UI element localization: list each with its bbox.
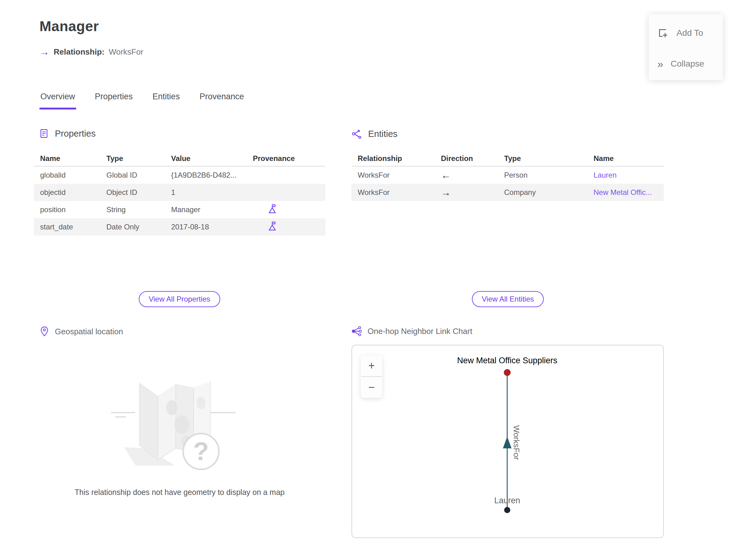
relationship-label: Relationship: <box>54 47 104 57</box>
breadcrumb: → Relationship: WorksFor <box>39 47 144 57</box>
tab-entities[interactable]: Entities <box>152 92 181 109</box>
edge-arrowhead-icon <box>503 437 512 448</box>
detail-tabs: Overview Properties Entities Provenance <box>39 92 245 109</box>
company-node-label: New Metal Office Suppliers <box>457 356 557 365</box>
provenance-flag-icon[interactable] <box>268 204 277 215</box>
table-row[interactable]: globalid Global ID {1A9DB2B6-D482... <box>34 167 325 184</box>
properties-table-header: Name Type Value Provenance <box>34 151 325 167</box>
col-header: Provenance <box>247 154 325 163</box>
entity-name-link[interactable]: Lauren <box>587 171 664 179</box>
entities-table-header: Relationship Direction Type Name <box>352 151 664 167</box>
question-mark-glyph: ? <box>193 437 209 466</box>
prop-provenance <box>247 221 325 233</box>
entities-graph-icon <box>352 128 363 139</box>
prop-value: Manager <box>165 205 247 214</box>
prop-value: 2017-08-18 <box>165 223 247 231</box>
relationship-type-value: WorksFor <box>109 47 144 57</box>
floating-action-panel: Add To » Collapse <box>649 14 723 80</box>
table-row[interactable]: objectid Object ID 1 <box>34 184 325 201</box>
entity-relationship: WorksFor <box>352 171 435 179</box>
no-geometry-message: This relationship does not have geometry… <box>34 488 325 497</box>
tab-overview[interactable]: Overview <box>39 92 76 109</box>
link-chart-section-header: One-hop Neighbor Link Chart <box>351 326 472 336</box>
page-title: Manager <box>39 18 99 34</box>
prop-name: globalid <box>34 171 100 179</box>
link-chart-canvas[interactable]: + − WorksFor New Metal Office Suppliers … <box>352 345 664 538</box>
prop-type: Object ID <box>100 188 165 197</box>
relationship-arrow-icon: → <box>39 47 49 57</box>
add-to-label: Add To <box>676 28 703 38</box>
person-node[interactable] <box>504 507 510 513</box>
col-header: Relationship <box>352 154 435 163</box>
entity-type: Person <box>498 171 587 179</box>
properties-section-title: Properties <box>55 128 96 139</box>
add-to-button[interactable]: Add To <box>649 19 723 47</box>
prop-value: {1A9DB2B6-D482... <box>165 171 247 179</box>
entity-type: Company <box>498 188 587 197</box>
properties-section-header: Properties <box>39 128 96 139</box>
tab-properties[interactable]: Properties <box>94 92 134 109</box>
link-chart-section-title: One-hop Neighbor Link Chart <box>368 326 472 336</box>
prop-provenance <box>247 204 325 215</box>
col-header: Name <box>587 154 664 163</box>
prop-type: Date Only <box>100 223 165 231</box>
prop-type: Global ID <box>100 171 165 179</box>
person-node-label: Lauren <box>494 496 520 505</box>
map-pin-icon <box>39 326 49 337</box>
collapse-label: Collapse <box>671 59 704 69</box>
col-header: Name <box>34 154 100 163</box>
prop-value: 1 <box>165 188 247 197</box>
double-chevron-right-icon: » <box>657 58 663 70</box>
prop-type: String <box>100 205 165 214</box>
tab-provenance[interactable]: Provenance <box>199 92 245 109</box>
document-icon <box>39 128 49 139</box>
entities-section-header: Entities <box>352 128 397 139</box>
geospatial-section-title: Geospatial location <box>55 327 123 337</box>
entities-table: Relationship Direction Type Name WorksFo… <box>352 151 664 201</box>
table-row[interactable]: position String Manager <box>34 201 325 218</box>
col-header: Direction <box>435 154 498 163</box>
col-header: Type <box>100 154 165 163</box>
geospatial-section-header: Geospatial location <box>39 326 123 337</box>
table-row[interactable]: WorksFor ← Person Lauren <box>352 167 664 184</box>
link-chart-graph: WorksFor New Metal Office Suppliers Laur… <box>352 345 663 538</box>
collapse-button[interactable]: » Collapse <box>649 50 723 78</box>
view-all-properties-button[interactable]: View All Properties <box>139 291 220 307</box>
direction-arrow-icon: → <box>435 187 498 198</box>
view-all-entities-button[interactable]: View All Entities <box>472 291 544 307</box>
table-row[interactable]: start_date Date Only 2017-08-18 <box>34 218 325 236</box>
prop-name: start_date <box>34 223 100 231</box>
entity-relationship: WorksFor <box>352 188 435 197</box>
col-header: Value <box>165 154 247 163</box>
relationship-detail-page: Manager → Relationship: WorksFor Add To … <box>0 0 740 560</box>
entities-section-title: Entities <box>368 129 397 139</box>
direction-arrow-icon: ← <box>435 170 498 181</box>
link-chart-icon <box>351 326 362 336</box>
company-node[interactable] <box>504 369 511 376</box>
provenance-flag-icon[interactable] <box>268 221 277 233</box>
prop-name: objectid <box>34 188 100 197</box>
add-to-icon <box>657 27 668 38</box>
properties-table: Name Type Value Provenance globalid Glob… <box>34 151 325 236</box>
table-row[interactable]: WorksFor → Company New Metal Offic... <box>352 184 664 201</box>
no-geometry-map-illustration: ? <box>108 368 238 475</box>
prop-name: position <box>34 205 100 214</box>
entity-name-link[interactable]: New Metal Offic... <box>587 188 664 197</box>
col-header: Type <box>498 154 587 163</box>
edge-label: WorksFor <box>512 425 521 460</box>
